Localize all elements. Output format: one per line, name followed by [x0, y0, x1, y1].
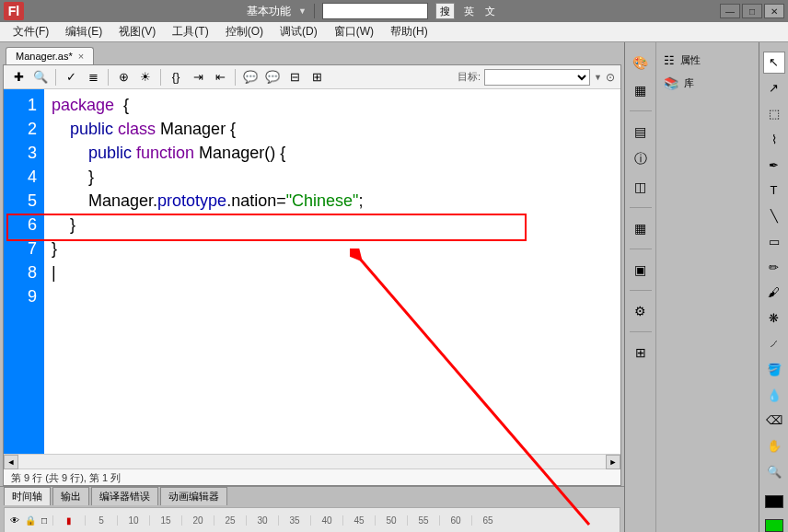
text-tool-icon[interactable]: T [763, 179, 785, 202]
pencil-tool-icon[interactable]: ✏ [763, 256, 785, 278]
search-button[interactable]: 搜 [435, 3, 455, 19]
lock-icon[interactable]: 🔒 [25, 515, 36, 526]
lasso-tool-icon[interactable]: ⌇ [763, 128, 785, 150]
help-icon[interactable]: ⊙ [606, 71, 615, 84]
brush-tool-icon[interactable]: 🖌 [763, 282, 785, 304]
deco-tool-icon[interactable]: ❋ [763, 307, 785, 330]
components-icon[interactable]: ▦ [630, 217, 652, 239]
menu-debug[interactable]: 调试(D) [272, 22, 325, 41]
project-icon[interactable]: ⊞ [630, 341, 652, 364]
library-icon: 📚 [664, 76, 678, 90]
menu-view[interactable]: 视图(V) [111, 22, 163, 41]
menubar: 文件(F) 编辑(E) 视图(V) 工具(T) 控制(O) 调试(D) 窗口(W… [0, 22, 788, 42]
workspace-switcher[interactable]: 基本功能 [247, 4, 291, 19]
bone-tool-icon[interactable]: ⟋ [763, 333, 785, 355]
uncomment-icon[interactable]: 💬 [263, 68, 282, 87]
right-dock: 🎨 ▦ ▤ ⓘ ◫ ▦ ▣ ⚙ ⊞ ☷ 属性 📚 库 [624, 42, 759, 532]
bottom-panel: 时间轴 输出 编译器错误 动画编辑器 👁 🔒 □ ▮ 5 10 15 20 25 [0, 486, 624, 532]
eyedropper-tool-icon[interactable]: 💧 [763, 384, 785, 406]
tab-timeline[interactable]: 时间轴 [4, 487, 51, 505]
pen-tool-icon[interactable]: ✒ [763, 154, 785, 176]
swatches-icon[interactable]: ▦ [630, 79, 652, 101]
subselection-tool-icon[interactable]: ↗ [763, 77, 785, 99]
chevron-down-icon: ▼ [594, 73, 602, 82]
free-transform-tool-icon[interactable]: ⬚ [763, 103, 785, 125]
hand-tool-icon[interactable]: ✋ [763, 435, 785, 457]
tab-close-icon[interactable]: × [78, 51, 84, 62]
code-editor[interactable]: 1 2 3 4 5 6 7 8 9 package { public class… [4, 89, 620, 454]
outline-icon[interactable]: □ [41, 515, 47, 526]
app-logo: Fl [4, 2, 24, 20]
tab-manager-as[interactable]: Manager.as* × [6, 47, 94, 64]
menu-edit[interactable]: 编辑(E) [58, 22, 110, 41]
info-icon[interactable]: ⓘ [630, 148, 652, 170]
menu-tools[interactable]: 工具(T) [165, 22, 215, 41]
titlebar: Fl 基本功能 ▼ 搜 英 文 — □ ✕ [0, 0, 788, 22]
properties-icon: ☷ [664, 53, 675, 67]
close-button[interactable]: ✕ [764, 4, 784, 18]
scroll-right-button[interactable]: ► [606, 455, 620, 469]
find-icon[interactable]: 🔍 [31, 68, 50, 87]
tab-output[interactable]: 输出 [52, 487, 89, 505]
timeline-ruler[interactable]: 👁 🔒 □ ▮ 5 10 15 20 25 30 35 40 45 50 55 [4, 507, 620, 532]
lang-label-2: 文 [483, 5, 497, 18]
palette-icon[interactable]: 🎨 [630, 52, 652, 74]
target-select[interactable] [484, 69, 590, 86]
fill-color-well[interactable] [765, 519, 783, 532]
scroll-left-button[interactable]: ◄ [4, 455, 18, 469]
tab-label: Manager.as* [16, 51, 73, 62]
tab-compiler-errors[interactable]: 编译器错误 [91, 487, 158, 505]
align-icon[interactable]: ▤ [630, 121, 652, 143]
behaviors-icon[interactable]: ⚙ [630, 300, 652, 322]
eye-icon[interactable]: 👁 [10, 515, 19, 526]
search-input[interactable] [322, 3, 428, 19]
expand-icon[interactable]: ⊞ [307, 68, 326, 87]
indent-icon[interactable]: ⇥ [189, 68, 207, 87]
eraser-tool-icon[interactable]: ⌫ [763, 410, 785, 432]
transform-icon[interactable]: ◫ [630, 176, 652, 198]
document-tabs: Manager.as* × [0, 42, 624, 64]
chevron-down-icon: ▼ [298, 6, 307, 16]
menu-control[interactable]: 控制(O) [218, 22, 271, 41]
code-hint-icon[interactable]: ⊕ [114, 68, 133, 87]
target-label: 目标: [458, 70, 481, 84]
tab-anim-editor[interactable]: 动画编辑器 [160, 487, 227, 505]
zoom-tool-icon[interactable]: 🔍 [763, 461, 785, 483]
minimize-button[interactable]: — [720, 4, 740, 18]
maximize-button[interactable]: □ [742, 4, 762, 18]
debug-icon[interactable]: ☀ [136, 68, 155, 87]
menu-file[interactable]: 文件(F) [6, 22, 56, 41]
paint-bucket-icon[interactable]: 🪣 [763, 358, 785, 380]
menu-help[interactable]: 帮助(H) [383, 22, 435, 41]
motion-presets-icon[interactable]: ▣ [630, 259, 652, 281]
format-icon[interactable]: ≣ [84, 68, 102, 87]
menu-window[interactable]: 窗口(W) [327, 22, 381, 41]
check-icon[interactable]: ✓ [62, 68, 80, 87]
stroke-color-well[interactable] [765, 495, 783, 508]
lang-label-1: 英 [462, 5, 476, 18]
line-gutter: 1 2 3 4 5 6 7 8 9 [4, 89, 44, 454]
playhead-icon[interactable]: ▮ [52, 515, 85, 526]
rectangle-tool-icon[interactable]: ▭ [763, 230, 785, 252]
line-tool-icon[interactable]: ╲ [763, 205, 785, 227]
editor-toolbar: ✚ 🔍 ✓ ≣ ⊕ ☀ {} ⇥ ⇤ 💬 💬 ⊟ ⊞ 目标: ▼ [4, 65, 620, 89]
add-icon[interactable]: ✚ [9, 68, 28, 87]
selection-tool-icon[interactable]: ↖ [763, 52, 785, 74]
panel-library[interactable]: 📚 库 [662, 75, 753, 92]
status-bar: 第 9 行 (共 9 行), 第 1 列 [4, 468, 620, 485]
collapse-icon[interactable]: ⊟ [285, 68, 304, 87]
horizontal-scrollbar[interactable]: ◄ ► [4, 454, 620, 468]
brace-icon[interactable]: {} [167, 68, 185, 87]
tools-panel: ↖ ↗ ⬚ ⌇ ✒ T ╲ ▭ ✏ 🖌 ❋ ⟋ 🪣 💧 ⌫ ✋ 🔍 [759, 42, 788, 532]
panel-properties[interactable]: ☷ 属性 [662, 52, 753, 69]
code-content[interactable]: package { public class Manager { public … [44, 89, 620, 454]
outdent-icon[interactable]: ⇤ [211, 68, 229, 87]
comment-icon[interactable]: 💬 [241, 68, 260, 87]
